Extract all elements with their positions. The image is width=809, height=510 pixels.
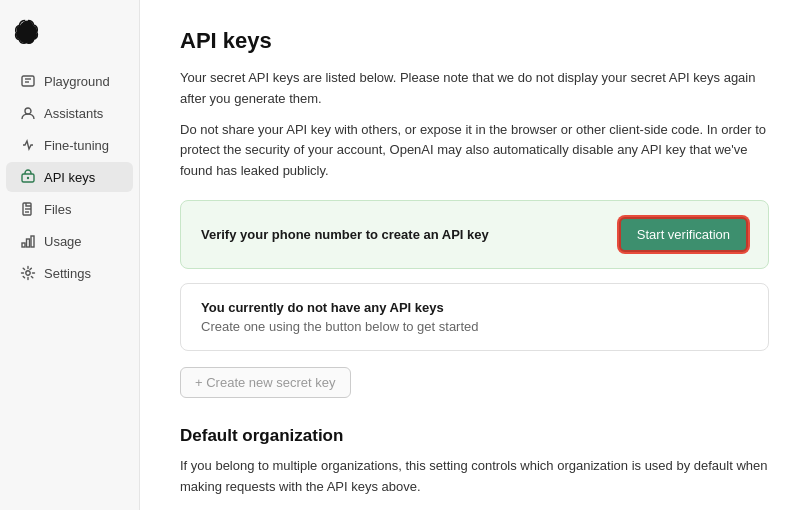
sidebar: Playground Assistants Fine-tuning API ke… [0,0,140,510]
fine-tuning-icon [20,137,36,153]
sidebar-item-files[interactable]: Files [6,194,133,224]
openai-logo-icon [14,18,42,46]
sidebar-item-api-keys[interactable]: API keys [6,162,133,192]
settings-icon [20,265,36,281]
sidebar-item-assistants[interactable]: Assistants [6,98,133,128]
sidebar-item-usage[interactable]: Usage [6,226,133,256]
svg-point-12 [26,271,30,275]
sidebar-item-fine-tuning[interactable]: Fine-tuning [6,130,133,160]
sidebar-item-api-keys-label: API keys [44,170,95,185]
playground-icon [20,73,36,89]
verify-phone-box: Verify your phone number to create an AP… [180,200,769,269]
sidebar-item-files-label: Files [44,202,71,217]
svg-rect-0 [22,76,34,86]
svg-point-5 [27,177,29,179]
description-1: Your secret API keys are listed below. P… [180,68,769,110]
default-org-description: If you belong to multiple organizations,… [180,456,769,498]
svg-rect-11 [31,236,34,247]
sidebar-item-settings-label: Settings [44,266,91,281]
sidebar-item-fine-tuning-label: Fine-tuning [44,138,109,153]
svg-point-3 [25,108,31,114]
svg-rect-10 [27,239,30,247]
sidebar-item-settings[interactable]: Settings [6,258,133,288]
svg-rect-9 [22,243,25,247]
assistants-icon [20,105,36,121]
api-keys-icon [20,169,36,185]
default-org-section-title: Default organization [180,426,769,446]
no-keys-subtitle: Create one using the button below to get… [201,319,748,334]
no-keys-title: You currently do not have any API keys [201,300,748,315]
sidebar-item-playground[interactable]: Playground [6,66,133,96]
no-keys-box: You currently do not have any API keys C… [180,283,769,351]
verify-text: Verify your phone number to create an AP… [201,227,489,242]
sidebar-item-usage-label: Usage [44,234,82,249]
app-logo [0,10,139,65]
page-title: API keys [180,28,769,54]
create-secret-key-button[interactable]: + Create new secret key [180,367,351,398]
main-content: API keys Your secret API keys are listed… [140,0,809,510]
files-icon [20,201,36,217]
sidebar-item-assistants-label: Assistants [44,106,103,121]
description-2: Do not share your API key with others, o… [180,120,769,182]
usage-icon [20,233,36,249]
start-verification-button[interactable]: Start verification [619,217,748,252]
sidebar-item-playground-label: Playground [44,74,110,89]
